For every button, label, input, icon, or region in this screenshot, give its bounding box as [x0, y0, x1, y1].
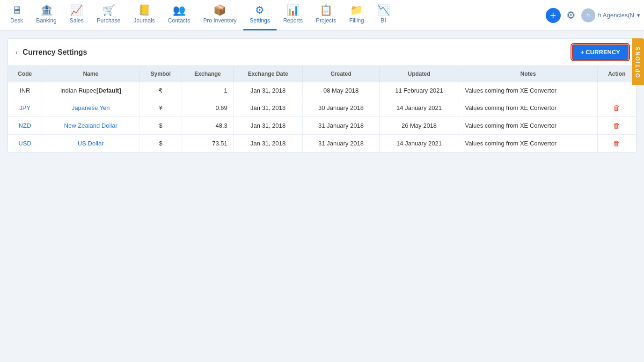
- cell-code[interactable]: JPY: [8, 99, 42, 117]
- options-sidebar[interactable]: OPTIONS: [632, 38, 644, 85]
- code-link[interactable]: JPY: [19, 104, 30, 111]
- delete-button[interactable]: 🗑: [613, 104, 620, 112]
- name-link[interactable]: US Dollar: [78, 140, 104, 147]
- user-menu[interactable]: h h Agencies(N ▾: [581, 8, 640, 22]
- name-link[interactable]: Japanese Yen: [72, 104, 110, 111]
- page-header-left: ‹ Currency Settings: [15, 48, 87, 57]
- cell-updated: 11 February 2021: [379, 82, 459, 99]
- cell-code[interactable]: USD: [8, 135, 42, 152]
- nav-item-filling-label: Filling: [349, 17, 364, 24]
- cell-symbol: $: [139, 117, 182, 135]
- nav-item-desk[interactable]: 🖥 Desk: [4, 0, 29, 30]
- col-name: Name: [42, 66, 139, 82]
- nav-item-reports-label: Reports: [283, 17, 303, 24]
- cell-created: 31 January 2018: [303, 117, 379, 135]
- cell-name[interactable]: US Dollar: [42, 135, 139, 152]
- nav-item-bi-label: BI: [381, 17, 386, 24]
- cell-name: Indian Rupee[Default]: [42, 82, 139, 99]
- nav-item-settings-label: Settings: [250, 17, 270, 24]
- col-updated: Updated: [379, 66, 459, 82]
- nav-item-banking[interactable]: 🏦 Banking: [29, 0, 63, 30]
- nav-item-desk-label: Desk: [10, 17, 23, 24]
- purchase-icon: 🛒: [102, 5, 115, 15]
- cell-created: 31 January 2018: [303, 135, 379, 152]
- cell-action[interactable]: 🗑: [597, 135, 636, 152]
- contacts-icon: 👥: [173, 5, 185, 15]
- name-link[interactable]: New Zealand Dollar: [64, 122, 117, 129]
- cell-name[interactable]: Japanese Yen: [42, 99, 139, 117]
- nav-item-filling[interactable]: 📁 Filling: [343, 0, 370, 30]
- nav-item-purchase[interactable]: 🛒 Purchase: [90, 0, 127, 30]
- gear-icon[interactable]: ⚙: [566, 9, 576, 22]
- cell-exchange-date: Jan 31, 2018: [233, 135, 303, 152]
- add-button[interactable]: +: [546, 8, 561, 23]
- table-row: USDUS Dollar$73.51Jan 31, 201831 January…: [8, 135, 636, 152]
- add-currency-label: + CURRENCY: [580, 49, 620, 56]
- cell-exchange: 48.3: [182, 117, 233, 135]
- cell-notes: Values coming from XE Convertor: [459, 135, 597, 152]
- cell-symbol: ₹: [139, 82, 182, 99]
- projects-icon: 📋: [320, 5, 332, 15]
- cell-action[interactable]: 🗑: [597, 117, 636, 135]
- nav-item-sales[interactable]: 📈 Sales: [63, 0, 90, 30]
- nav-item-projects[interactable]: 📋 Projects: [309, 0, 343, 30]
- page-title: Currency Settings: [22, 48, 87, 57]
- currency-tbody: INRIndian Rupee[Default]₹1Jan 31, 201808…: [8, 82, 636, 152]
- delete-button[interactable]: 🗑: [613, 122, 620, 130]
- nav-item-contacts[interactable]: 👥 Contacts: [161, 0, 197, 30]
- nav-item-settings[interactable]: ⚙ Settings: [243, 0, 277, 30]
- nav-item-pro-inventory[interactable]: 📦 Pro Inventory: [197, 0, 243, 30]
- cell-updated: 14 January 2021: [379, 99, 459, 117]
- chevron-down-icon: ▾: [637, 12, 640, 19]
- nav-item-contacts-label: Contacts: [168, 17, 190, 24]
- cell-updated: 14 January 2021: [379, 135, 459, 152]
- nav-item-projects-label: Projects: [316, 17, 336, 24]
- journals-icon: 📒: [138, 5, 151, 15]
- nav-item-journals[interactable]: 📒 Journals: [127, 0, 161, 30]
- sales-icon: 📈: [70, 5, 83, 15]
- cell-action: [597, 82, 636, 99]
- add-currency-button[interactable]: + CURRENCY: [572, 44, 629, 60]
- cell-created: 30 January 2018: [303, 99, 379, 117]
- code-link[interactable]: NZD: [19, 122, 31, 129]
- bi-icon: 📉: [377, 5, 390, 15]
- cell-code: INR: [8, 82, 42, 99]
- currency-table-container: Code Name Symbol Exchange Exchange Date …: [7, 66, 637, 152]
- delete-button[interactable]: 🗑: [613, 139, 620, 147]
- cell-notes: Values coming from XE Convertor: [459, 99, 597, 117]
- nav-items: 🖥 Desk 🏦 Banking 📈 Sales 🛒 Purchase 📒 Jo…: [4, 0, 546, 30]
- cell-exchange: 1: [182, 82, 233, 99]
- avatar: h: [581, 8, 595, 22]
- cell-name[interactable]: New Zealand Dollar: [42, 117, 139, 135]
- user-name: h Agencies(N: [598, 12, 634, 19]
- nav-item-purchase-label: Purchase: [97, 17, 121, 24]
- nav-item-reports[interactable]: 📊 Reports: [277, 0, 309, 30]
- col-code: Code: [8, 66, 42, 82]
- back-button[interactable]: ‹: [15, 48, 18, 57]
- cell-action[interactable]: 🗑: [597, 99, 636, 117]
- banking-icon: 🏦: [40, 5, 53, 15]
- col-exchange: Exchange: [182, 66, 233, 82]
- col-exchange-date: Exchange Date: [233, 66, 303, 82]
- cell-notes: Values coming from XE Convertor: [459, 82, 597, 99]
- col-action: Action: [597, 66, 636, 82]
- col-notes: Notes: [459, 66, 597, 82]
- cell-updated: 26 May 2018: [379, 117, 459, 135]
- cell-created: 08 May 2018: [303, 82, 379, 99]
- cell-code[interactable]: NZD: [8, 117, 42, 135]
- pro-inventory-icon: 📦: [213, 5, 226, 15]
- cell-exchange-date: Jan 31, 2018: [233, 99, 303, 117]
- cell-exchange: 0.69: [182, 99, 233, 117]
- main-content: ‹ Currency Settings + CURRENCY Code Name…: [0, 31, 644, 160]
- code-link[interactable]: USD: [19, 140, 31, 147]
- cell-symbol: $: [139, 135, 182, 152]
- nav-item-bi[interactable]: 📉 BI: [371, 0, 396, 30]
- table-row: INRIndian Rupee[Default]₹1Jan 31, 201808…: [8, 82, 636, 99]
- cell-exchange: 73.51: [182, 135, 233, 152]
- table-header-row: Code Name Symbol Exchange Exchange Date …: [8, 66, 636, 82]
- table-row: JPYJapanese Yen¥0.69Jan 31, 201830 Janua…: [8, 99, 636, 117]
- nav-item-sales-label: Sales: [70, 17, 84, 24]
- top-nav: 🖥 Desk 🏦 Banking 📈 Sales 🛒 Purchase 📒 Jo…: [0, 0, 644, 31]
- cell-exchange-date: Jan 31, 2018: [233, 82, 303, 99]
- cell-exchange-date: Jan 31, 2018: [233, 117, 303, 135]
